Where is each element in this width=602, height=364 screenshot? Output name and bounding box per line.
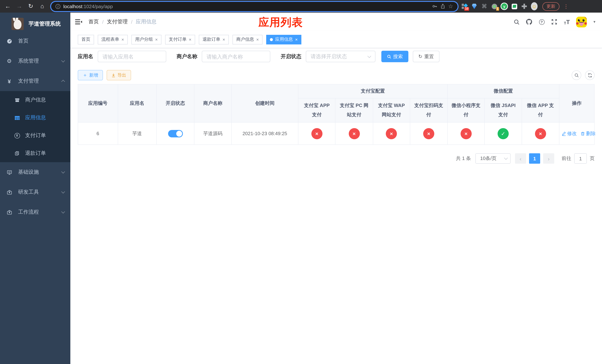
password-key-icon[interactable] [432, 4, 437, 9]
cell-wechat-jsapi: ✓ [485, 122, 522, 145]
search-button[interactable]: 搜索 [381, 51, 408, 62]
status-cross-icon: × [461, 128, 472, 139]
col-wechat-jsapi: 微信 JSAPI 支付 [485, 98, 522, 122]
tab-merchant-info[interactable]: 商户信息× [233, 35, 262, 44]
search-icon[interactable] [513, 19, 520, 25]
close-icon[interactable]: × [121, 37, 124, 42]
help-icon[interactable]: ? [538, 19, 545, 25]
close-icon[interactable]: × [223, 37, 225, 42]
breadcrumb-home[interactable]: 首页 [88, 19, 99, 25]
sidebar-item-pay-order[interactable]: ¥ 支付订单 [0, 127, 70, 144]
user-avatar[interactable] [576, 16, 587, 27]
extension-yuque-icon[interactable]: y [501, 3, 508, 10]
sidebar-item-refund-order[interactable]: 退款订单 [0, 144, 70, 162]
site-info-icon[interactable]: i [55, 4, 60, 9]
extension-chat-icon[interactable] [511, 3, 517, 10]
breadcrumb-separator: / [102, 19, 104, 25]
tab-pay-order[interactable]: 支付订单× [165, 35, 195, 44]
status-check-icon: ✓ [498, 128, 509, 139]
breadcrumb: 首页 / 支付管理 / 应用信息 [88, 19, 157, 25]
share-icon[interactable] [440, 4, 445, 9]
prev-page-button[interactable]: ‹ [515, 153, 526, 164]
app-shell: 芋道管理系统 首页 ⚙ 系统管理 ¥ 支付管理 [0, 13, 602, 364]
sidebar-item-label: 系统管理 [18, 58, 39, 64]
tab-home[interactable]: 首页 [78, 35, 94, 44]
table-grid-icon [14, 115, 20, 120]
tab-flow-form[interactable]: 流程表单× [98, 35, 128, 44]
refresh-table-button[interactable] [585, 70, 595, 80]
breadcrumb-separator: / [131, 19, 133, 25]
edit-pen-icon [562, 131, 566, 136]
app-name-input[interactable] [98, 51, 166, 62]
browser-back-button[interactable]: ← [4, 3, 12, 9]
sidebar-item-system[interactable]: ⚙ 系统管理 [0, 51, 70, 71]
browser-home-button[interactable]: ⌂ [38, 3, 46, 9]
breadcrumb-payment[interactable]: 支付管理 [107, 19, 128, 25]
page-content: 应用名 商户名称 开启状态 请选择开启状态 搜索 ↻ 重置 [70, 48, 602, 364]
add-button[interactable]: ＋ 新增 [78, 70, 103, 80]
tab-app-info[interactable]: 应用信息× [266, 35, 301, 44]
fullscreen-icon[interactable] [551, 19, 558, 25]
sidebar-collapse-icon[interactable] [75, 19, 83, 25]
close-icon[interactable]: × [155, 37, 158, 42]
status-cross-icon: × [386, 128, 397, 139]
delete-link[interactable]: 删除 [580, 130, 596, 137]
cell-status [156, 122, 194, 145]
table-settings [572, 70, 595, 80]
sidebar-item-devtools[interactable]: 研发工具 [0, 182, 70, 202]
sidebar-item-home[interactable]: 首页 [0, 31, 70, 51]
status-toggle[interactable] [168, 130, 183, 137]
font-size-icon[interactable]: TT [563, 19, 570, 25]
status-cross-icon: × [311, 128, 322, 139]
tab-refund-order[interactable]: 退款订单× [199, 35, 229, 44]
sidebar-logo[interactable]: 芋道管理系统 [0, 13, 70, 30]
merchant-name-label: 商户名称 [177, 53, 197, 60]
current-page-button[interactable]: 1 [529, 153, 540, 164]
goto-page-input[interactable] [574, 153, 587, 164]
browser-profile-avatar[interactable]: ☺ [531, 3, 538, 10]
sidebar-item-infra[interactable]: 基础设施 [0, 162, 70, 182]
col-alipay-wap: 支付宝 WAP 网站支付 [373, 98, 410, 122]
github-icon[interactable] [526, 19, 532, 25]
sidebar-item-app-info[interactable]: 应用信息 [0, 109, 70, 127]
browser-menu-icon[interactable]: ⋮ [563, 3, 570, 9]
browser-update-button[interactable]: 更新 [542, 2, 559, 11]
chevron-down-icon [504, 156, 508, 160]
browser-forward-button[interactable]: → [15, 3, 23, 9]
status-select[interactable]: 请选择开启状态 [306, 51, 376, 62]
sidebar-item-workflow[interactable]: 工作流程 [0, 202, 70, 222]
status-cross-icon: × [349, 128, 360, 139]
col-merchant: 商户名称 [194, 84, 231, 122]
avatar-caret-icon[interactable]: ▼ [593, 20, 596, 24]
tab-user-group[interactable]: 用户分组× [131, 35, 161, 44]
close-icon[interactable]: × [189, 37, 191, 42]
next-page-button[interactable]: › [543, 153, 554, 164]
monitor-chart-icon [6, 169, 12, 175]
page-size-select[interactable]: 10条/页 [475, 153, 511, 164]
export-button[interactable]: 导出 [107, 70, 131, 80]
close-icon[interactable]: × [256, 37, 259, 42]
briefcase-icon [6, 189, 12, 195]
reset-button[interactable]: ↻ 重置 [413, 51, 440, 62]
extension-gem-icon[interactable] [471, 3, 478, 10]
merchant-name-input[interactable] [202, 51, 270, 62]
extension-recorder-icon[interactable]: 1 [491, 3, 498, 10]
extension-command-icon[interactable]: ⌘ [481, 3, 488, 10]
cell-app-name: 芋道 [118, 122, 156, 145]
bookmark-star-icon[interactable]: ☆ [448, 3, 453, 10]
address-bar[interactable]: i localhost:1024/pay/app ☆ [51, 2, 458, 11]
store-icon [14, 97, 20, 103]
status-cross-icon: × [535, 128, 546, 139]
edit-link[interactable]: 修改 [562, 130, 577, 137]
sidebar-item-merchant-info[interactable]: 商户信息 [0, 91, 70, 109]
download-icon [111, 73, 116, 77]
cell-alipay-app: × [298, 122, 335, 145]
hide-search-button[interactable] [572, 70, 581, 80]
extension-blocks-icon[interactable]: 10 [461, 3, 468, 10]
browser-reload-button[interactable]: ↻ [27, 3, 35, 9]
col-alipay-pc: 支付宝 PC 网站支付 [335, 98, 373, 122]
sidebar-item-payment[interactable]: ¥ 支付管理 [0, 71, 70, 91]
extensions-puzzle-icon[interactable] [521, 3, 527, 10]
close-icon[interactable]: × [295, 37, 298, 42]
col-wechat-app: 微信 APP 支付 [522, 98, 559, 122]
